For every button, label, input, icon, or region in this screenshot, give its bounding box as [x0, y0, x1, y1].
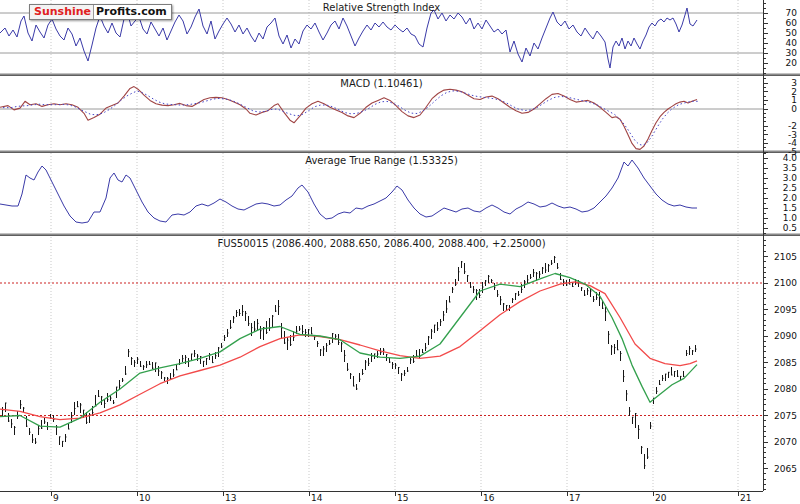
svg-text:20: 20 [786, 58, 798, 68]
svg-text:3.5: 3.5 [783, 163, 797, 173]
svg-text:30: 30 [786, 48, 798, 58]
chart-root: 7060504030203210-2-3-4-54.03.53.02.52.01… [0, 0, 800, 504]
svg-text:0.5: 0.5 [783, 223, 797, 233]
svg-text:1.5: 1.5 [783, 203, 797, 213]
price-dashed-levels [0, 283, 763, 416]
logo-text-sunshine: Sunshine [30, 5, 93, 19]
rsi-axis-labels: 706050403020 [763, 3, 797, 73]
svg-text:0: 0 [791, 104, 797, 114]
atr-axis-labels: 4.03.53.02.52.01.51.00.5 [763, 153, 797, 233]
macd-axis-labels: 3210-2-3-4-5 [763, 78, 797, 157]
svg-text:2.5: 2.5 [783, 183, 797, 193]
price-bar-close-ticks [2, 257, 697, 465]
chart-canvas: 7060504030203210-2-3-4-54.03.53.02.52.01… [0, 0, 800, 504]
x-axis-label: 21 [740, 493, 751, 503]
svg-text:50: 50 [786, 28, 798, 38]
svg-text:60: 60 [786, 18, 798, 28]
svg-text:2070: 2070 [774, 437, 797, 447]
x-axis-label: 10 [139, 493, 151, 503]
svg-text:2075: 2075 [774, 411, 797, 421]
x-axis-label: 20 [655, 493, 667, 503]
svg-text:2090: 2090 [774, 331, 797, 341]
macd-signal-line [3, 91, 700, 145]
macd-panel-title: MACD (1.10461) [0, 78, 763, 89]
svg-text:2.0: 2.0 [783, 193, 798, 203]
svg-text:2100: 2100 [774, 278, 797, 288]
price-panel-title: FUS50015 (2086.400, 2088.650, 2086.400, … [0, 238, 763, 249]
x-axis-label: 16 [483, 493, 495, 503]
x-axis-label: 9 [53, 493, 59, 503]
bottom-axis: 91013141516172021 [0, 491, 763, 503]
atr-line [0, 160, 697, 223]
macd-line [0, 87, 697, 150]
price-bars [2, 256, 695, 469]
svg-text:2085: 2085 [774, 358, 797, 368]
price-axis-labels: 210521002095209020852080207520702065 [763, 241, 797, 490]
ma-fast-line [0, 274, 697, 428]
x-axis-label: 17 [569, 493, 580, 503]
svg-text:40: 40 [786, 38, 798, 48]
svg-text:2095: 2095 [774, 305, 797, 315]
sunshineprofits-logo: Sunshine Profits.com [29, 4, 172, 20]
svg-text:1.0: 1.0 [783, 213, 798, 223]
svg-text:4.0: 4.0 [783, 153, 798, 163]
svg-text:2065: 2065 [774, 464, 797, 474]
atr-panel-title: Average True Range (1.53325) [0, 155, 763, 166]
svg-text:70: 70 [786, 8, 798, 18]
x-axis-label: 14 [311, 493, 323, 503]
svg-text:2105: 2105 [774, 252, 797, 262]
logo-text-profits: Profits.com [93, 5, 171, 19]
x-axis-label: 13 [225, 493, 236, 503]
svg-text:2080: 2080 [774, 384, 797, 394]
svg-text:3.0: 3.0 [783, 173, 798, 183]
x-axis-label: 15 [397, 493, 408, 503]
